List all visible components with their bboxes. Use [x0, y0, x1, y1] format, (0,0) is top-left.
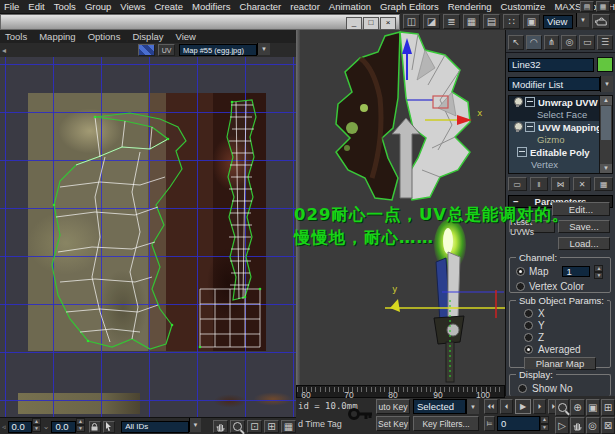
scroll-thumb[interactable] [601, 106, 611, 140]
previous-frame-icon[interactable]: ⏴ [500, 399, 513, 414]
tab-utilities-icon[interactable]: ☰ [597, 35, 613, 50]
maximize-icon[interactable]: □ [363, 17, 379, 30]
selection-set-dropdown[interactable]: Selected [413, 399, 466, 414]
show-end-result-icon[interactable]: ‖ [530, 177, 549, 191]
tab-motion-icon[interactable]: ◎ [561, 35, 577, 50]
menu-character[interactable]: Character [240, 1, 282, 12]
lock-icon[interactable] [89, 421, 101, 433]
uv-coords-icon[interactable]: UV [158, 44, 175, 56]
uv-zoom-region-icon[interactable]: ⊡ [247, 420, 262, 433]
uv-menu-view[interactable]: View [176, 31, 196, 42]
stack-item-select-face[interactable]: Select Face [509, 109, 600, 122]
next-frame-icon[interactable]: ⏵ [533, 399, 546, 414]
modifier-list-dropdown[interactable]: Modifier List [508, 77, 600, 91]
configure-stack-icon[interactable]: ▦ [594, 177, 613, 191]
menu-tools[interactable]: Tools [54, 1, 76, 12]
window-layout-icon[interactable]: ▤ [580, 1, 594, 12]
material-editor-icon[interactable]: ∷ [503, 14, 520, 29]
chevron-down-icon[interactable]: ▼ [600, 76, 613, 92]
uv-menu-mapping[interactable]: Mapping [39, 31, 75, 42]
tab-create-icon[interactable]: ↖ [508, 35, 524, 50]
lightbulb-icon[interactable] [513, 97, 522, 107]
quick-render-teapot-icon[interactable] [592, 14, 610, 29]
uv-menu-display[interactable]: Display [132, 31, 163, 42]
tab-modify-icon[interactable]: ◠ [526, 35, 542, 50]
collapse-icon[interactable] [525, 122, 535, 132]
menu-edit[interactable]: Edit [28, 1, 44, 12]
scroll-up-icon[interactable]: ▲ [600, 96, 612, 105]
uv-menu-options[interactable]: Options [88, 31, 121, 42]
map-channel-spinner[interactable]: ▲▼ [594, 265, 603, 278]
stack-item-unwrap-uvw[interactable]: Unwrap UVW [509, 96, 600, 109]
chevron-down-icon[interactable]: ▼ [576, 13, 589, 27]
remove-modifier-icon[interactable]: ✕ [573, 177, 592, 191]
stack-item-uvw-mapping[interactable]: UVW Mapping [509, 121, 600, 134]
current-frame-field[interactable]: 0 [497, 416, 540, 431]
render-view-dropdown[interactable]: View [543, 15, 573, 29]
scroll-left-icon[interactable]: ◂ [2, 46, 6, 55]
stack-item-edge[interactable]: Edge [509, 171, 600, 174]
arc-rotate-icon[interactable]: ◎ [586, 417, 600, 434]
uv-edit-canvas[interactable] [0, 57, 296, 417]
chevron-down-icon[interactable]: ▼ [257, 43, 270, 55]
key-filters-button[interactable]: Key Filters... [413, 416, 479, 431]
uv-pan-hand-icon[interactable] [213, 420, 228, 433]
menu-file[interactable]: File [4, 1, 19, 12]
show-map-icon[interactable] [138, 44, 155, 56]
v-spinner[interactable]: ▲▼ [76, 418, 84, 431]
close-icon[interactable]: × [380, 17, 396, 30]
menu-create[interactable]: Create [154, 1, 183, 12]
x-radio[interactable] [524, 309, 533, 318]
curve-editor-icon[interactable]: ▦ [463, 14, 480, 29]
frame-spinner[interactable]: ▲▼ [540, 416, 549, 431]
v-coordinate-field[interactable]: 0.0 [51, 421, 76, 433]
key-mode-icon[interactable]: ⊨ [484, 416, 495, 431]
menu-animation[interactable]: Animation [329, 1, 371, 12]
material-id-filter-dropdown[interactable]: All IDs [121, 421, 189, 433]
vertex-color-radio[interactable] [516, 282, 525, 291]
absolute-mode-icon[interactable]: ◃ [2, 423, 6, 431]
mirror-icon[interactable]: ◫ [403, 14, 420, 29]
u-coordinate-field[interactable]: 0.0 [8, 421, 33, 433]
tab-display-icon[interactable]: ▭ [579, 35, 595, 50]
lightbulb-icon[interactable] [513, 122, 522, 132]
map-radio[interactable] [516, 267, 525, 276]
render-setup-icon[interactable]: ▣ [523, 14, 540, 29]
schematic-view-icon[interactable]: ▤ [483, 14, 500, 29]
window-grid-icon[interactable]: ▦ [596, 1, 610, 12]
z-radio[interactable] [524, 333, 533, 342]
add-time-tag[interactable]: d Time Tag [298, 419, 342, 429]
map-channel-field[interactable]: 1 [562, 266, 590, 277]
menu-reactor[interactable]: reactor [290, 1, 320, 12]
u-spinner[interactable]: ▲▼ [32, 418, 40, 431]
zoom-icon[interactable] [555, 399, 569, 416]
auto-key-button[interactable]: uto Key [376, 399, 410, 414]
chevron-down-icon[interactable]: ▼ [189, 418, 201, 432]
object-color-swatch[interactable] [597, 57, 613, 72]
modifier-stack[interactable]: Unwrap UVW Select Face UVW Mapping Gizmo… [508, 95, 613, 174]
stack-item-editable-poly[interactable]: Editable Poly [509, 146, 600, 159]
menu-rendering[interactable]: Rendering [448, 1, 492, 12]
uv-texture-dropdown[interactable]: Map #55 (egg.jpg) [179, 44, 257, 56]
menu-group[interactable]: Group [85, 1, 111, 12]
collapse-icon[interactable] [525, 97, 535, 107]
go-to-start-icon[interactable]: ⏴⏴ [484, 399, 498, 414]
make-unique-icon[interactable]: ⋈ [551, 177, 570, 191]
chevron-down-icon[interactable]: ▼ [466, 399, 479, 414]
menu-modifiers[interactable]: Modifiers [192, 1, 231, 12]
cursor-arrow-icon[interactable] [103, 421, 115, 433]
layer-manager-icon[interactable]: ≣ [443, 14, 460, 29]
averaged-radio[interactable] [524, 345, 533, 354]
align-icon[interactable]: ◪ [423, 14, 440, 29]
uv-snap-icon[interactable]: ▦ [281, 420, 296, 433]
field-of-view-icon[interactable]: ▷ [555, 417, 569, 434]
uv-menu-tools[interactable]: Tools [5, 31, 27, 42]
minimize-icon[interactable]: _ [346, 17, 362, 30]
set-key-button[interactable]: Set Key [376, 416, 410, 431]
uv-editor-titlebar[interactable]: _ □ × [0, 14, 400, 30]
zoom-all-icon[interactable]: ⊕ [570, 399, 584, 416]
play-icon[interactable]: ▶ [515, 399, 531, 414]
min-max-toggle-icon[interactable]: ⊠ [601, 417, 615, 434]
menu-views[interactable]: Views [120, 1, 145, 12]
scroll-down-icon[interactable]: ▼ [600, 164, 612, 173]
